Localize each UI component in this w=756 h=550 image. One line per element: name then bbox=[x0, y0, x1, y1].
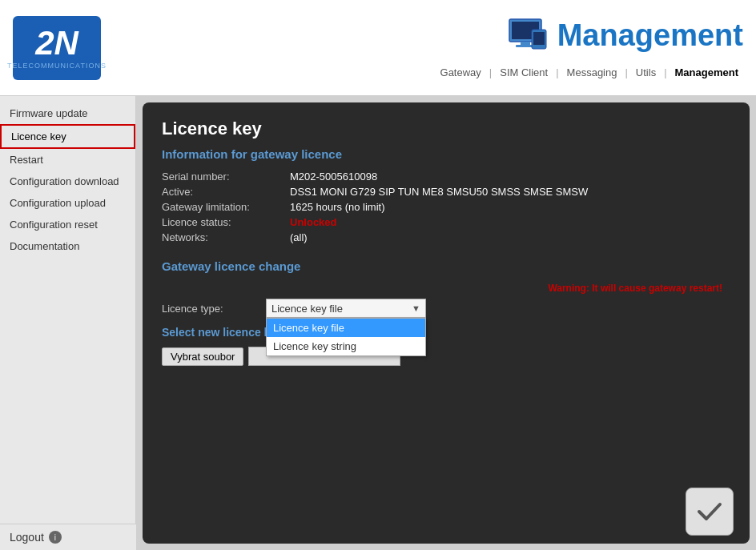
sidebar-item-configuration-download[interactable]: Configuration download bbox=[0, 171, 135, 192]
sidebar-item-documentation[interactable]: Documentation bbox=[0, 235, 135, 257]
warning-text: Warning: It will cause gateway restart! bbox=[162, 283, 722, 294]
licence-type-row: Licence type: Licence key file ▼ Licence… bbox=[162, 299, 730, 318]
info-table: Serial number:M202-5005610098Active:DSS1… bbox=[162, 171, 730, 243]
logout-button[interactable]: Logout bbox=[10, 531, 44, 544]
info-section-title: Information for gateway licence bbox=[162, 147, 730, 161]
change-section-title: Gateway licence change bbox=[162, 259, 730, 273]
info-icon[interactable]: i bbox=[49, 531, 62, 544]
dropdown-menu: Licence key file Licence key string bbox=[266, 318, 426, 356]
svg-rect-2 bbox=[521, 42, 530, 45]
info-label-3: Licence status: bbox=[162, 216, 290, 228]
info-label-4: Networks: bbox=[162, 231, 290, 243]
navigation: Gateway | SIM Client | Messaging | Utils… bbox=[436, 65, 743, 80]
sidebar-item-configuration-upload[interactable]: Configuration upload bbox=[0, 192, 135, 214]
info-label-1: Active: bbox=[162, 186, 290, 198]
file-upload-row: Vybrat soubor bbox=[162, 347, 730, 366]
info-value-3: Unlocked bbox=[290, 216, 337, 228]
nav-gateway[interactable]: Gateway bbox=[436, 65, 486, 80]
sidebar: Firmware updateLicence keyRestartConfigu… bbox=[0, 96, 136, 550]
logo-sub: TELECOMMUNICATIONS bbox=[7, 62, 107, 70]
info-value-1: DSS1 MONI G729 SIP TUN ME8 SMSU50 SMSS S… bbox=[290, 186, 588, 198]
status-badge: Unlocked bbox=[290, 216, 337, 228]
select-value: Licence key file bbox=[271, 303, 343, 315]
info-row-4: Networks:(all) bbox=[162, 231, 730, 243]
sidebar-item-configuration-reset[interactable]: Configuration reset bbox=[0, 214, 135, 235]
info-value-2: 1625 hours (no limit) bbox=[290, 201, 385, 213]
page-title: Licence key bbox=[162, 118, 730, 139]
nav-messaging[interactable]: Messaging bbox=[562, 65, 622, 80]
info-value-4: (all) bbox=[290, 231, 308, 243]
submit-button[interactable] bbox=[686, 488, 734, 536]
info-row-3: Licence status:Unlocked bbox=[162, 216, 730, 228]
file-section-label-row: Select new licence key file. bbox=[162, 326, 730, 339]
sidebar-item-licence-key[interactable]: Licence key bbox=[0, 124, 135, 149]
nav-simclient[interactable]: SIM Client bbox=[495, 65, 553, 80]
nav-management[interactable]: Management bbox=[670, 65, 743, 80]
info-row-0: Serial number:M202-5005610098 bbox=[162, 171, 730, 183]
management-title: Management bbox=[501, 15, 743, 55]
info-value-0: M202-5005610098 bbox=[290, 171, 377, 183]
licence-type-select[interactable]: Licence key file ▼ bbox=[266, 299, 426, 318]
sidebar-item-firmware-update[interactable]: Firmware update bbox=[0, 102, 135, 124]
logo-text: 2N bbox=[35, 26, 78, 60]
svg-rect-5 bbox=[533, 32, 545, 45]
info-row-2: Gateway limitation:1625 hours (no limit) bbox=[162, 201, 730, 213]
chevron-down-icon: ▼ bbox=[412, 303, 420, 313]
content-area: Licence key Information for gateway lice… bbox=[143, 102, 750, 544]
sidebar-item-restart[interactable]: Restart bbox=[0, 149, 135, 171]
dropdown-item-string[interactable]: Licence key string bbox=[267, 337, 425, 355]
file-select-button[interactable]: Vybrat soubor bbox=[162, 347, 243, 366]
form-label: Licence type: bbox=[162, 303, 266, 315]
logout-area: Logout i bbox=[0, 524, 136, 550]
dropdown-item-file[interactable]: Licence key file bbox=[267, 319, 425, 337]
licence-type-select-wrapper[interactable]: Licence key file ▼ Licence key file Lice… bbox=[266, 299, 426, 318]
logo: 2N TELECOMMUNICATIONS bbox=[13, 16, 101, 80]
management-heading: Management bbox=[557, 18, 743, 53]
management-icon bbox=[501, 15, 549, 55]
nav-utils[interactable]: Utils bbox=[631, 65, 661, 80]
info-row-1: Active:DSS1 MONI G729 SIP TUN ME8 SMSU50… bbox=[162, 186, 730, 198]
info-label-0: Serial number: bbox=[162, 171, 290, 183]
info-label-2: Gateway limitation: bbox=[162, 201, 290, 213]
